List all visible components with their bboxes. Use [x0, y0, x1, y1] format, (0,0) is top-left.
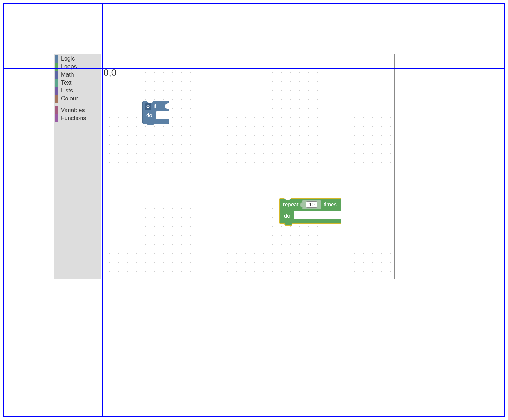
category-label: Logic — [61, 55, 75, 62]
toolbox-category-text[interactable]: Text — [54, 79, 101, 87]
category-label: Math — [61, 71, 74, 78]
category-label: Text — [61, 79, 71, 86]
origin-label: 0,0 — [103, 67, 116, 78]
toolbox-category-lists[interactable]: Lists — [54, 87, 101, 95]
toolbox-category-functions[interactable]: Functions — [54, 114, 101, 122]
repeat-count-shadow[interactable] — [302, 200, 321, 209]
do-label: do — [146, 112, 152, 118]
category-label: Lists — [61, 87, 73, 94]
repeat-count-field[interactable] — [306, 201, 318, 208]
repeat-label: repeat — [283, 201, 299, 207]
times-label: times — [324, 201, 337, 207]
category-color-swatch — [55, 79, 58, 87]
workspace-canvas[interactable]: 0,0 ✿ if do repeat times do — [101, 54, 394, 279]
if-block[interactable]: ✿ if do — [142, 101, 169, 124]
repeat-statement-input[interactable] — [294, 211, 343, 219]
category-color-swatch — [55, 63, 58, 71]
category-color-swatch — [55, 106, 58, 114]
crosshair-horizontal — [4, 68, 504, 69]
repeat-block[interactable]: repeat times do — [279, 198, 341, 224]
toolbox-category-colour[interactable]: Colour — [54, 95, 101, 103]
crosshair-vertical — [102, 4, 103, 416]
if-block-body[interactable]: ✿ if do — [142, 101, 169, 124]
toolbox-category-math[interactable]: Math — [54, 71, 101, 79]
if-label: if — [153, 103, 156, 109]
category-label: Variables — [61, 107, 85, 114]
toolbox-category-variables[interactable]: Variables — [54, 106, 101, 114]
toolbox-separator — [54, 103, 101, 106]
category-color-swatch — [55, 55, 58, 63]
toolbox-category-loops[interactable]: Loops — [54, 63, 101, 71]
category-label: Functions — [61, 115, 86, 122]
if-statement-input[interactable] — [156, 111, 170, 119]
repeat-block-body[interactable]: repeat times do — [279, 198, 341, 224]
category-label: Loops — [61, 63, 77, 70]
do-label: do — [284, 213, 290, 219]
category-color-swatch — [55, 95, 58, 103]
if-condition-input[interactable] — [165, 103, 169, 109]
category-color-swatch — [55, 71, 58, 79]
toolbox-category-logic[interactable]: Logic — [54, 55, 101, 63]
gear-icon[interactable]: ✿ — [145, 103, 151, 110]
blockly-workspace: Logic Loops Math Text Lists Colour Varia… — [54, 54, 395, 279]
category-color-swatch — [55, 114, 58, 122]
toolbox: Logic Loops Math Text Lists Colour Varia… — [54, 54, 101, 279]
category-label: Colour — [61, 95, 78, 102]
category-color-swatch — [55, 87, 58, 95]
